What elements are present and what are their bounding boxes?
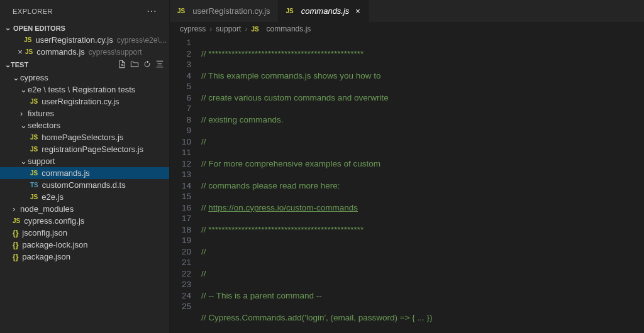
tree-label: commands.js: [42, 168, 90, 178]
ts-icon: TS: [30, 182, 38, 188]
code-line: // commands please read more here:: [201, 180, 644, 192]
js-icon: JS: [13, 217, 20, 224]
close-icon[interactable]: ×: [15, 47, 25, 57]
tree-label: e2e \ tests \ Registration tests: [28, 85, 135, 94]
json-icon: {}: [13, 229, 18, 237]
tree-label: package.json: [22, 252, 70, 261]
tree-label: userRegistration.cy.js: [42, 97, 119, 106]
js-icon: JS: [30, 170, 38, 177]
tree-folder-fixtures[interactable]: › fixtures: [0, 107, 169, 119]
js-icon: JS: [251, 26, 258, 33]
json-icon: {}: [13, 253, 18, 261]
tree-label: jsconfig.json: [22, 228, 67, 237]
open-editors-label: OPEN EDITORS: [13, 25, 65, 32]
tree-actions: [118, 60, 164, 70]
tree-label: cypress: [20, 73, 48, 82]
code-line: //: [201, 136, 644, 148]
tree-label: cypress.config.js: [24, 216, 84, 226]
js-icon: JS: [30, 134, 38, 141]
main-area: JS userRegistration.cy.js JS commands.js…: [170, 0, 644, 333]
tree-label: fixtures: [28, 109, 54, 118]
tree-label: selectors: [28, 121, 60, 130]
tree-file[interactable]: JS homePageSelectors.js: [0, 131, 169, 143]
breadcrumb-segment[interactable]: support: [216, 25, 241, 33]
new-folder-icon[interactable]: [130, 60, 139, 70]
explorer-title: EXPLORER: [13, 8, 53, 15]
tab-userregistration[interactable]: JS userRegistration.cy.js: [170, 0, 279, 22]
open-editor-item[interactable]: JS userRegistration.cy.js cypress\e2e\te…: [0, 34, 169, 46]
chevron-down-icon: ⌄: [20, 85, 28, 94]
open-editor-path: cypress\support: [89, 48, 142, 57]
tree-file-userreg[interactable]: JS userRegistration.cy.js: [0, 96, 169, 107]
breadcrumb-segment[interactable]: commands.js: [267, 25, 311, 33]
breadcrumb[interactable]: cypress › support › JS commands.js: [170, 22, 644, 36]
collapse-icon[interactable]: [155, 60, 164, 70]
open-editor-name: commands.js: [36, 47, 85, 57]
tree-label: package-lock.json: [22, 240, 87, 249]
test-label: TEST: [11, 61, 28, 68]
code-line: // existing commands.: [201, 114, 644, 126]
tree-label: customCommands.d.ts: [42, 180, 126, 190]
js-icon: JS: [286, 8, 294, 14]
new-file-icon[interactable]: [118, 60, 126, 70]
chevron-right-icon: ›: [20, 109, 28, 118]
js-icon: JS: [177, 8, 185, 14]
refresh-icon[interactable]: [143, 60, 152, 70]
tree-file[interactable]: {} package.json: [0, 251, 169, 263]
tab-label: commands.js: [301, 6, 350, 16]
test-section[interactable]: ⌄ TEST: [0, 58, 169, 72]
chevron-down-icon: ⌄: [13, 73, 20, 82]
tree-file[interactable]: {} jsconfig.json: [0, 227, 169, 239]
tree-label: e2e.js: [42, 192, 64, 202]
chevron-down-icon: ⌄: [20, 121, 28, 130]
tree-file[interactable]: TS customCommands.d.ts: [0, 179, 169, 191]
code-line: //: [201, 268, 644, 280]
line-numbers: 1234567891011121314151617181920212223242…: [170, 36, 201, 333]
explorer-header: EXPLORER ⋯: [0, 0, 169, 22]
code-content[interactable]: // *************************************…: [201, 36, 644, 333]
tab-commands[interactable]: JS commands.js ×: [279, 0, 369, 22]
tab-label: userRegistration.cy.js: [192, 6, 270, 16]
tree-folder-cypress[interactable]: ⌄ cypress: [0, 72, 169, 84]
tree-folder-support[interactable]: ⌄ support: [0, 155, 169, 167]
tree-label: homePageSelectors.js: [42, 133, 123, 142]
tree-file[interactable]: {} package-lock.json: [0, 239, 169, 251]
breadcrumb-segment[interactable]: cypress: [180, 25, 206, 33]
code-line: // Cypress.Commands.add('login', (email,…: [201, 312, 644, 324]
tree-file[interactable]: JS registrationPageSelectors.js: [0, 143, 169, 155]
close-icon[interactable]: ×: [355, 6, 360, 16]
chevron-right-icon: ›: [13, 204, 20, 214]
chevron-right-icon: ›: [209, 25, 212, 33]
json-icon: {}: [13, 241, 18, 249]
code-editor[interactable]: 1234567891011121314151617181920212223242…: [170, 36, 644, 333]
js-icon: JS: [30, 146, 38, 153]
js-icon: JS: [30, 98, 38, 105]
code-line: // *************************************…: [201, 224, 644, 236]
code-line: // This example commands.js shows you ho…: [201, 70, 644, 82]
code-line: //: [201, 246, 644, 258]
code-line: // -- This is a parent command --: [201, 290, 644, 302]
js-icon: JS: [25, 48, 33, 55]
js-icon: JS: [24, 36, 31, 43]
tree-folder-selectors[interactable]: ⌄ selectors: [0, 119, 169, 131]
open-editors-section[interactable]: ⌄ OPEN EDITORS: [0, 22, 169, 34]
more-icon[interactable]: ⋯: [147, 5, 157, 17]
code-line: // *************************************…: [201, 48, 644, 60]
tree-file[interactable]: JS e2e.js: [0, 191, 169, 203]
chevron-down-icon: ⌄: [20, 156, 28, 166]
chevron-down-icon: ⌄: [5, 61, 11, 69]
tree-folder-e2e[interactable]: ⌄ e2e \ tests \ Registration tests: [0, 84, 169, 96]
js-icon: JS: [30, 194, 38, 200]
tree-label: registrationPageSelectors.js: [42, 145, 143, 154]
code-line: // create various custom commands and ov…: [201, 92, 644, 104]
chevron-down-icon: ⌄: [5, 24, 11, 32]
open-editor-name: userRegistration.cy.js: [35, 35, 113, 45]
tree-file[interactable]: JS cypress.config.js: [0, 215, 169, 227]
code-line: // For more comprehensive examples of cu…: [201, 158, 644, 170]
tree-file-commands[interactable]: JS commands.js: [0, 167, 169, 179]
sidebar: EXPLORER ⋯ ⌄ OPEN EDITORS JS userRegistr…: [0, 0, 170, 333]
open-editor-item[interactable]: × JS commands.js cypress\support: [0, 46, 169, 58]
tab-bar: JS userRegistration.cy.js JS commands.js…: [170, 0, 644, 22]
link[interactable]: https://on.cypress.io/custom-commands: [208, 203, 358, 212]
tree-folder-nodemodules[interactable]: › node_modules: [0, 203, 169, 215]
